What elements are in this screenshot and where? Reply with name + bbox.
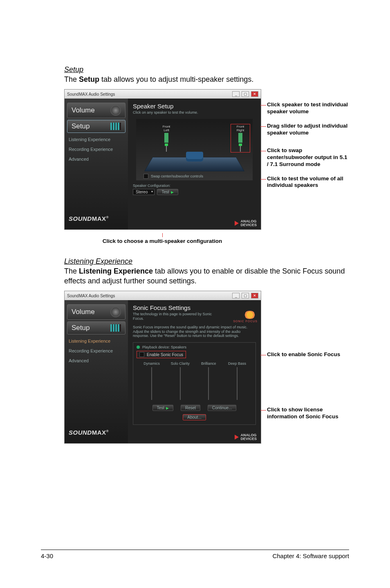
sidebar: Volume Setup Listening Experience Record… bbox=[65, 300, 128, 443]
slider-deep-bass[interactable]: Deep Bass bbox=[224, 361, 251, 400]
sidebar-label: Volume bbox=[72, 308, 95, 316]
setup-caption: Click to choose a multi-speaker configur… bbox=[64, 233, 260, 244]
close-button[interactable]: ✕ bbox=[251, 91, 258, 97]
panel-subtitle: The technology in this page is powered b… bbox=[133, 312, 215, 321]
slider-track[interactable] bbox=[208, 367, 209, 400]
analog-devices-logo: ANALOG DEVICES bbox=[235, 220, 257, 227]
volume-knob-icon bbox=[110, 307, 121, 317]
window-controls: _ ▢ ✕ bbox=[231, 293, 258, 298]
maximize-button[interactable]: ▢ bbox=[242, 293, 249, 298]
close-button[interactable]: ✕ bbox=[251, 293, 258, 298]
sidebar-item-listening[interactable]: Listening Experience bbox=[65, 336, 128, 346]
window-titlebar[interactable]: SoundMAX Audio Settings _ ▢ ✕ bbox=[65, 291, 261, 300]
play-icon: ▶ bbox=[166, 406, 169, 410]
soundmax-window-listen: SoundMAX Audio Settings _ ▢ ✕ Volume bbox=[64, 291, 261, 444]
logo-text: SOUND bbox=[69, 215, 92, 222]
page-footer: 4-30 Chapter 4: Software support bbox=[41, 550, 349, 559]
volume-knob-icon bbox=[110, 105, 121, 116]
sidebar-item-advanced[interactable]: Advanced bbox=[65, 154, 128, 164]
callout: Click to enable Sonic Focus bbox=[267, 351, 349, 358]
slider-dynamics[interactable]: Dynamics bbox=[138, 361, 165, 400]
text: tab allows you to adjust multi-speaker s… bbox=[99, 75, 253, 83]
test-button[interactable]: Test ▶ bbox=[157, 189, 178, 195]
swap-center-sub-row[interactable]: Swap center/subwoofer controls bbox=[143, 174, 203, 179]
sidebar-tab-setup[interactable]: Setup bbox=[67, 120, 126, 133]
enable-label: Enable Sonic Focus bbox=[147, 352, 183, 357]
maximize-button[interactable]: ▢ bbox=[242, 91, 249, 97]
callout: Click to test the volume of all individu… bbox=[267, 175, 349, 189]
equalizer-icon bbox=[110, 324, 121, 332]
panel-subtitle: Click on any speaker to test the volume. bbox=[133, 110, 256, 115]
setup-description: The Setup tab allows you to adjust multi… bbox=[64, 75, 349, 84]
sidebar-item-recording[interactable]: Recording Experience bbox=[65, 144, 128, 154]
panel-title: Speaker Setup bbox=[133, 103, 256, 110]
minimize-button[interactable]: _ bbox=[232, 293, 240, 298]
playback-device-label: Playback device: Speakers bbox=[142, 345, 186, 349]
panel-description: Sonic Focus improves the sound quality a… bbox=[133, 325, 256, 338]
swap-label: Swap center/subwoofer controls bbox=[151, 174, 203, 178]
slider-solo-clarity[interactable]: Solo Clarity bbox=[167, 361, 194, 400]
minimize-button[interactable]: _ bbox=[232, 91, 240, 97]
brand-text: ANALOG DEVICES bbox=[240, 433, 257, 441]
sidebar-tab-volume[interactable]: Volume bbox=[67, 304, 126, 320]
couch-icon bbox=[186, 152, 203, 162]
slider-label: Deep Bass bbox=[228, 361, 246, 366]
callout: Click to swap center/subwoofer output in… bbox=[267, 147, 349, 168]
soundmax-logo: SOUNDMAX® bbox=[65, 426, 128, 439]
listen-heading: Listening Experience bbox=[64, 257, 349, 266]
button-row: Test▶ Reset Continue... bbox=[137, 405, 252, 411]
window-title: SoundMAX Audio Settings bbox=[67, 294, 115, 298]
slider-track[interactable] bbox=[180, 367, 181, 400]
reset-button[interactable]: Reset bbox=[181, 405, 200, 411]
logo-text: MAX bbox=[92, 429, 106, 436]
sidebar-item-recording[interactable]: Recording Experience bbox=[65, 346, 128, 356]
sonic-focus-icon bbox=[244, 311, 256, 319]
window-controls: _ ▢ ✕ bbox=[231, 91, 258, 97]
sidebar-item-listening[interactable]: Listening Experience bbox=[65, 135, 128, 144]
equalizer-icon bbox=[110, 123, 121, 130]
logo-text: SOUND bbox=[69, 429, 92, 436]
slider-brilliance[interactable]: Brilliance bbox=[195, 361, 222, 400]
sidebar-tab-setup[interactable]: Setup bbox=[67, 321, 126, 334]
sidebar-label: Volume bbox=[72, 106, 95, 114]
slider-label: Brilliance bbox=[201, 361, 216, 366]
checkbox-icon[interactable] bbox=[143, 174, 148, 179]
status-dot-icon bbox=[137, 346, 140, 349]
continue-button[interactable]: Continue... bbox=[208, 405, 236, 411]
about-button[interactable]: About... bbox=[183, 414, 206, 420]
setup-callouts: Click speaker to test individual speaker… bbox=[267, 89, 349, 196]
chapter-label: Chapter 4: Software support bbox=[272, 552, 349, 559]
listen-callouts: Click to enable Sonic Focus Click to sho… bbox=[267, 291, 349, 428]
speaker-stage: Front Left Front Right Swap c bbox=[136, 119, 253, 180]
button-label: Test bbox=[157, 406, 164, 410]
window-titlebar[interactable]: SoundMAX Audio Settings _ ▢ ✕ bbox=[65, 90, 261, 99]
play-icon: ▶ bbox=[171, 190, 174, 194]
speaker-front-left[interactable]: Front Left bbox=[158, 125, 175, 152]
logo-text: MAX bbox=[92, 215, 106, 222]
test-button[interactable]: Test▶ bbox=[152, 405, 173, 411]
slider-track[interactable] bbox=[151, 367, 152, 400]
speaker-config-dropdown[interactable]: Stereo bbox=[133, 189, 155, 195]
callout: Click to show license information of Son… bbox=[267, 406, 349, 420]
sidebar-tab-volume[interactable]: Volume bbox=[67, 103, 126, 118]
speaker-icon bbox=[164, 133, 168, 143]
window-title: SoundMAX Audio Settings bbox=[67, 92, 115, 97]
sidebar-item-advanced[interactable]: Advanced bbox=[65, 356, 128, 366]
speaker-config-row: Speaker Configuration: Stereo Test ▶ bbox=[133, 184, 256, 195]
enable-sonic-focus[interactable]: Enable Sonic Focus bbox=[137, 351, 186, 358]
speaker-volume-slider[interactable] bbox=[240, 144, 241, 152]
speaker-front-right[interactable]: Front Right bbox=[232, 125, 249, 152]
checkbox-icon[interactable] bbox=[139, 352, 144, 357]
text: The bbox=[64, 75, 79, 83]
page-number: 4-30 bbox=[41, 552, 53, 559]
config-label: Speaker Configuration: bbox=[133, 184, 256, 188]
text: The bbox=[64, 267, 79, 275]
listen-content: Sonic Focus Settings The technology in t… bbox=[128, 300, 261, 443]
speaker-volume-slider[interactable] bbox=[166, 144, 167, 152]
listen-description: The Listening Experience tab allows you … bbox=[64, 267, 349, 286]
soundmax-window-setup: SoundMAX Audio Settings _ ▢ ✕ Volume bbox=[64, 89, 261, 230]
sidebar-label: Setup bbox=[72, 324, 90, 332]
triangle-icon bbox=[235, 221, 239, 226]
slider-track[interactable] bbox=[237, 367, 238, 400]
callout: Click speaker to test individual speaker… bbox=[267, 101, 349, 115]
